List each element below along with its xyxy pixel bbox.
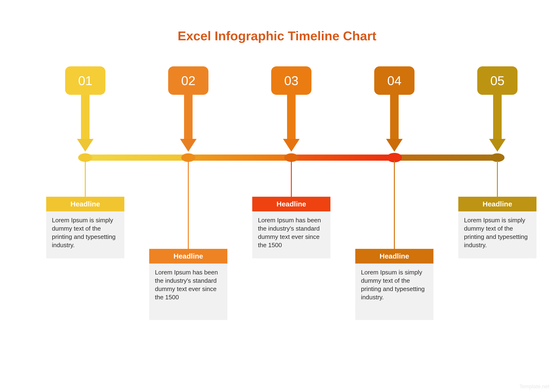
watermark: Template.net (519, 384, 549, 390)
card-body: Lorem Ipsum has been the industry's stan… (149, 264, 227, 307)
marker-box-1: 01 (65, 66, 105, 95)
svg-rect-15 (390, 94, 399, 139)
svg-rect-17 (493, 94, 502, 139)
svg-rect-13 (287, 94, 296, 139)
marker-box-4: 04 (374, 66, 415, 95)
svg-rect-11 (184, 94, 193, 139)
arrow-4 (386, 94, 403, 152)
marker-number: 04 (387, 73, 402, 88)
marker-number: 01 (78, 73, 92, 88)
svg-point-5 (181, 153, 195, 162)
svg-marker-10 (77, 139, 94, 152)
card-headline: Headline (458, 197, 536, 211)
card-body: Lorem Ipsum is simply dummy text of the … (46, 211, 124, 255)
card-5: Headline Lorem Ipsum is simply dummy tex… (458, 197, 536, 258)
card-body: Lorem Ipsum is simply dummy text of the … (458, 211, 536, 255)
svg-point-4 (78, 153, 92, 162)
card-headline: Headline (149, 249, 227, 264)
marker-number: 05 (490, 73, 505, 88)
card-headline: Headline (46, 197, 124, 211)
svg-rect-0 (82, 154, 188, 161)
marker-box-3: 03 (271, 66, 312, 95)
svg-rect-3 (394, 154, 501, 161)
svg-marker-18 (489, 139, 506, 152)
card-1: Headline Lorem Ipsum is simply dummy tex… (46, 197, 124, 258)
marker-number: 02 (181, 73, 195, 88)
svg-rect-9 (81, 94, 90, 139)
card-body: Lorem Ipsum has been the industry's stan… (252, 211, 330, 255)
svg-marker-12 (180, 139, 197, 152)
svg-rect-1 (188, 154, 291, 161)
svg-point-6 (284, 153, 298, 162)
card-body: Lorem Ipsum is simply dummy text of the … (355, 264, 433, 307)
timeline-svg (0, 0, 554, 392)
marker-number: 03 (284, 73, 298, 88)
arrow-5 (489, 94, 506, 152)
arrow-2 (180, 94, 197, 152)
svg-marker-16 (386, 139, 403, 152)
arrow-1 (77, 94, 94, 152)
marker-arrows (77, 94, 506, 152)
marker-box-5: 05 (477, 66, 518, 95)
card-2: Headline Lorem Ipsum has been the indust… (149, 249, 227, 320)
card-headline: Headline (355, 249, 433, 264)
marker-box-2: 02 (168, 66, 208, 95)
svg-point-8 (490, 153, 505, 162)
svg-rect-2 (291, 154, 394, 161)
svg-marker-14 (283, 139, 300, 152)
arrow-3 (283, 94, 300, 152)
card-4: Headline Lorem Ipsum is simply dummy tex… (355, 249, 433, 320)
card-3: Headline Lorem Ipsum has been the indust… (252, 197, 330, 258)
card-headline: Headline (252, 197, 330, 211)
